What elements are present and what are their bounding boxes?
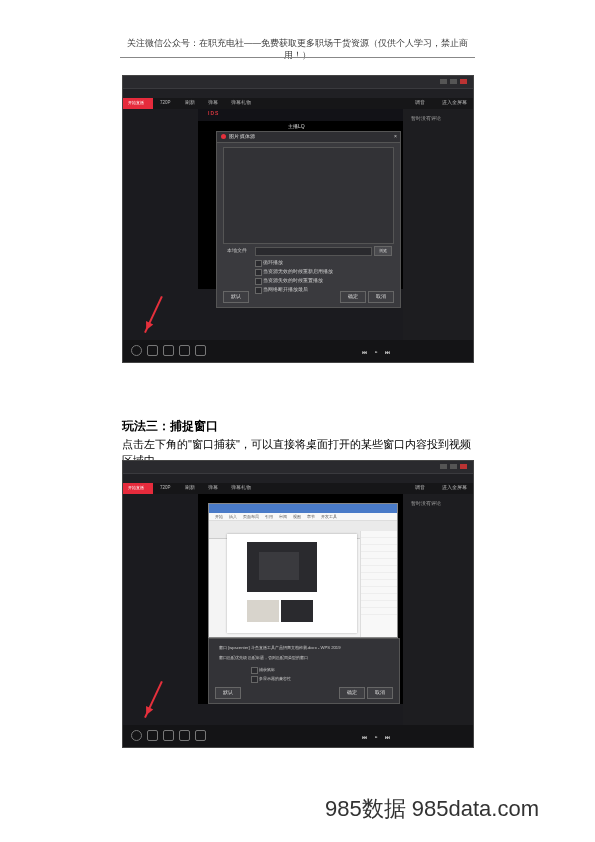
screenshot-2: 开始直播 720P 刷新 弹幕 弹幕礼物 调音 进入全屏幕 开始 插入 页面布局… <box>122 460 474 748</box>
chat-panel: 暂时没有评论 <box>403 494 473 725</box>
window-titlebar <box>123 461 473 474</box>
wps-sidepanel <box>360 531 397 637</box>
doc-thumb-1 <box>247 542 317 592</box>
cancel-button[interactable]: 取消 <box>368 291 394 303</box>
gift-button[interactable]: 弹幕礼物 <box>231 485 251 490</box>
window-icon[interactable] <box>195 730 206 741</box>
chk-multi[interactable] <box>251 676 258 683</box>
wps-document <box>227 534 357 633</box>
default-button[interactable]: 默认 <box>215 687 241 699</box>
chk3[interactable] <box>255 278 262 285</box>
file-input[interactable] <box>255 247 372 256</box>
window-titlebar <box>123 76 473 89</box>
wps-ribbon <box>209 513 397 521</box>
min-icon[interactable] <box>440 464 447 469</box>
chat-empty: 暂时没有评论 <box>411 500 441 506</box>
wps-tab[interactable]: 视图 <box>293 515 301 519</box>
play-icon[interactable] <box>147 730 158 741</box>
stage-brand: IDS <box>208 110 219 116</box>
res-label[interactable]: 720P <box>160 485 171 490</box>
screenshot-1: 开始直播 720P 刷新 弹幕 弹幕礼物 调音 进入全屏幕 IDS 主播LQ 暂… <box>122 75 474 363</box>
stage-header: IDS <box>198 109 413 121</box>
wps-titlebar <box>209 504 397 513</box>
fullscreen-button[interactable]: 进入全屏幕 <box>442 100 467 105</box>
header-rule <box>120 57 475 58</box>
playback-controls[interactable]: ⏮ ▶ ⏭ <box>362 349 393 355</box>
dialog-titlebar: 图片 媒体源 × <box>217 132 400 143</box>
danmu-button[interactable]: 弹幕 <box>208 485 218 490</box>
default-button[interactable]: 默认 <box>223 291 249 303</box>
max-icon[interactable] <box>450 464 457 469</box>
chk2-label: 当资源无效的时候重新启用播放 <box>263 269 390 274</box>
live-button-label: 开始直播 <box>128 485 144 490</box>
chat-empty: 暂时没有评论 <box>411 115 441 121</box>
dialog-icon <box>221 134 226 139</box>
section-heading: 玩法三：捕捉窗口 <box>122 418 218 435</box>
ok-button[interactable]: 确定 <box>339 687 365 699</box>
image-icon[interactable] <box>179 345 190 356</box>
chat-panel: 暂时没有评论 <box>403 109 473 340</box>
chk1[interactable] <box>255 260 262 267</box>
user-icon[interactable] <box>131 345 142 356</box>
live-button-label: 开始直播 <box>128 100 144 105</box>
chk4[interactable] <box>255 287 262 294</box>
ok-button[interactable]: 确定 <box>340 291 366 303</box>
wps-tab[interactable]: 开发工具 <box>321 515 337 519</box>
arrow-annotation <box>144 296 163 333</box>
media-source-dialog: 图片 媒体源 × 本地文件 浏览 循环播放 当资源无效的时候重新启用播放 当资源… <box>216 131 401 308</box>
play-icon[interactable] <box>147 345 158 356</box>
dlg2-line2: 窗口匹配优先级 匹配标题，否则匹配同类型的窗口 <box>219 655 389 660</box>
text-icon[interactable] <box>163 730 174 741</box>
captured-wps-window: 开始 插入 页面布局 引用 审阅 视图 章节 开发工具 <box>208 503 398 638</box>
doc-thumb-2b <box>281 600 313 622</box>
dialog-preview <box>223 147 394 244</box>
chk-cursor-label: 捕获鼠标 <box>259 667 389 672</box>
dialog-title: 图片 媒体源 <box>229 134 255 139</box>
wps-tab[interactable]: 页面布局 <box>243 515 259 519</box>
refresh-button[interactable]: 刷新 <box>185 100 195 105</box>
browse-button[interactable]: 浏览 <box>374 246 392 256</box>
wps-tab[interactable]: 引用 <box>265 515 273 519</box>
chk3-label: 当资源失效的时候重置播放 <box>263 278 390 283</box>
doc-thumb-2a <box>247 600 279 622</box>
watermark: 985数据 985data.com <box>325 794 539 824</box>
image-icon[interactable] <box>179 730 190 741</box>
gift-button[interactable]: 弹幕礼物 <box>231 100 251 105</box>
chk1-label: 循环播放 <box>263 260 390 265</box>
wps-tab[interactable]: 插入 <box>229 515 237 519</box>
page-header: 关注微信公众号：在职充电社——免费获取更多职场干货资源（仅供个人学习，禁止商用！… <box>120 38 475 62</box>
app-bottombar <box>123 725 473 747</box>
app-bottombar <box>123 340 473 362</box>
playback-controls[interactable]: ⏮ ▶ ⏭ <box>362 734 393 740</box>
wps-tab[interactable]: 开始 <box>215 515 223 519</box>
dlg2-line1: 窗口 [wpscenter] 斗鱼直播工具产品招商文档检测.docx - WPS… <box>219 645 389 650</box>
fullscreen-button[interactable]: 进入全屏幕 <box>442 485 467 490</box>
refresh-button[interactable]: 刷新 <box>185 485 195 490</box>
wps-tab[interactable]: 审阅 <box>279 515 287 519</box>
chk-cursor[interactable] <box>251 667 258 674</box>
tune-button[interactable]: 调音 <box>415 485 425 490</box>
close-icon[interactable] <box>460 464 467 469</box>
tune-button[interactable]: 调音 <box>415 100 425 105</box>
doc-thumb-2 <box>247 600 317 630</box>
wps-tab[interactable]: 章节 <box>307 515 315 519</box>
stage-title: 主播LQ <box>288 123 305 129</box>
window-capture-dialog: 窗口 [wpscenter] 斗鱼直播工具产品招商文档检测.docx - WPS… <box>208 638 400 704</box>
doc-thumb-1-inner <box>259 552 299 580</box>
chk2[interactable] <box>255 269 262 276</box>
close-icon[interactable] <box>460 79 467 84</box>
text-icon[interactable] <box>163 345 174 356</box>
cancel-button[interactable]: 取消 <box>367 687 393 699</box>
dialog-close-icon[interactable]: × <box>394 133 397 139</box>
window-icon[interactable] <box>195 345 206 356</box>
danmu-button[interactable]: 弹幕 <box>208 100 218 105</box>
user-icon[interactable] <box>131 730 142 741</box>
max-icon[interactable] <box>450 79 457 84</box>
res-label[interactable]: 720P <box>160 100 171 105</box>
min-icon[interactable] <box>440 79 447 84</box>
arrow-annotation <box>144 681 163 718</box>
chk-multi-label: 多显示器的兼容性 <box>259 676 389 681</box>
